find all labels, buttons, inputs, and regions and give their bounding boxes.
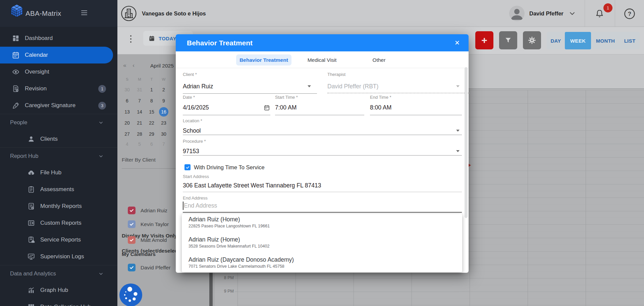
color-palette-fab[interactable] bbox=[119, 283, 142, 306]
mini-calendar-day[interactable]: 27 bbox=[122, 129, 132, 139]
location-select[interactable]: School bbox=[183, 127, 201, 134]
mini-calendar-day[interactable]: 5 bbox=[135, 139, 144, 149]
sidebar-section-data-and-analytics[interactable]: Data and Analytics bbox=[0, 265, 117, 282]
sidebar-item-supervision-logs[interactable]: Supervision Logs bbox=[0, 248, 117, 265]
mini-calendar-day[interactable]: 15 bbox=[147, 107, 156, 117]
start-address-input[interactable]: 306 East Lafayette Street West Tiannaber… bbox=[183, 182, 321, 189]
mini-calendar-day[interactable]: 7 bbox=[135, 96, 144, 105]
mini-calendar-day[interactable]: 14 bbox=[135, 107, 144, 117]
filter-button[interactable] bbox=[499, 31, 517, 49]
sidebar-item-assessments[interactable]: Assessments bbox=[0, 181, 117, 198]
sidebar-item-caregiver-signature[interactable]: Caregiver Signature3 bbox=[0, 97, 117, 114]
checkbox-checked-icon[interactable] bbox=[128, 207, 136, 214]
help-icon[interactable]: ? bbox=[624, 8, 635, 19]
user-avatar[interactable] bbox=[509, 6, 525, 21]
sidebar-item-custom-reports[interactable]: Custom Reports bbox=[0, 215, 117, 231]
mini-calendar-day[interactable]: 4 bbox=[122, 139, 132, 149]
hamburger-menu-icon[interactable] bbox=[81, 10, 87, 16]
mini-calendar-day[interactable]: 30 bbox=[159, 129, 168, 139]
time-axis-label: 9 PM bbox=[215, 289, 234, 294]
sidebar-item-graph-hub[interactable]: Graph Hub bbox=[0, 282, 117, 299]
sidebar-item-data-collection-hub[interactable]: Data Collection Hub bbox=[0, 299, 117, 306]
checkbox-checked-icon[interactable] bbox=[128, 220, 136, 228]
gear-icon bbox=[528, 36, 536, 44]
mini-calendar-day[interactable]: 30 bbox=[122, 85, 132, 94]
mini-calendar-day[interactable]: 8 bbox=[147, 96, 156, 105]
sidebar-item-calendar[interactable]: Calendar bbox=[0, 47, 113, 63]
modal-scrollbar[interactable] bbox=[465, 67, 468, 218]
sidebar-item-file-hub[interactable]: File Hub bbox=[0, 164, 117, 181]
mini-calendar-day[interactable]: 16 bbox=[159, 107, 168, 117]
sidebar-item-revision[interactable]: Revision1 bbox=[0, 80, 117, 97]
dashboard-icon bbox=[12, 35, 19, 42]
notifications-bell-icon[interactable] bbox=[595, 9, 604, 18]
mini-calendar-day[interactable]: 6 bbox=[147, 139, 156, 149]
date-picker-icon[interactable] bbox=[264, 104, 270, 111]
mini-calendar-prev-month-icon[interactable]: ‹ bbox=[130, 62, 137, 69]
organization-name: Vanegas de Soto e Hijos bbox=[142, 0, 206, 27]
client-filter-row[interactable]: Kevin Taylor bbox=[128, 220, 169, 228]
mini-calendar-day[interactable]: 6 bbox=[122, 96, 132, 105]
tab-divider bbox=[176, 68, 469, 68]
client-dropdown-arrow-icon[interactable] bbox=[308, 85, 311, 87]
sidebar-item-monthly-reports[interactable]: Monthly Reports bbox=[0, 198, 117, 215]
client-filter-row[interactable]: Matt Arnold bbox=[128, 236, 167, 244]
add-event-button[interactable]: + bbox=[475, 31, 493, 49]
procedure-select[interactable]: 97153 bbox=[183, 148, 199, 155]
client-filter-row[interactable]: Adrian Ruiz bbox=[128, 207, 167, 214]
settings-button[interactable] bbox=[523, 31, 541, 49]
time-axis-label: 8 PM bbox=[215, 275, 234, 280]
view-button-list[interactable]: LIST bbox=[620, 32, 640, 49]
mini-calendar-day[interactable]: 22 bbox=[147, 118, 156, 128]
my-calendar-row[interactable]: David Pfeffer bbox=[128, 264, 170, 271]
mini-calendar-day[interactable]: 1 bbox=[147, 85, 156, 94]
sidebar-section-report-hub[interactable]: Report Hub bbox=[0, 147, 117, 164]
location-dropdown-arrow-icon[interactable] bbox=[456, 130, 460, 132]
sidebar-item-oversight[interactable]: Oversight bbox=[0, 63, 117, 80]
mini-calendar-day[interactable]: 20 bbox=[122, 118, 132, 128]
mini-calendar-day[interactable]: 28 bbox=[135, 129, 144, 139]
address-suggestion-item[interactable]: Adrian Ruiz (Home)3528 Seasons Drive Mak… bbox=[182, 236, 462, 254]
date-input[interactable]: 4/16/2025 bbox=[183, 104, 209, 111]
user-menu[interactable]: David Pfeffer bbox=[529, 0, 564, 27]
chevron-down-icon[interactable] bbox=[569, 10, 576, 17]
sidebar-section-people[interactable]: People bbox=[0, 114, 117, 131]
close-icon[interactable]: ✕ bbox=[454, 34, 460, 51]
mini-calendar-day[interactable]: 29 bbox=[147, 129, 156, 139]
view-button-month[interactable]: MONTH bbox=[591, 32, 620, 49]
suggestion-name: Adrian Ruiz (Home) bbox=[189, 216, 240, 223]
app-header: Vanegas de Soto e Hijos David Pfeffer 1 bbox=[117, 0, 644, 27]
sidebar-item-dashboard[interactable]: Dashboard bbox=[0, 30, 117, 47]
end-time-input[interactable]: 8:00 AM bbox=[370, 104, 391, 111]
procedure-dropdown-arrow-icon[interactable] bbox=[456, 150, 460, 152]
view-button-week[interactable]: WEEK bbox=[565, 32, 591, 49]
mini-calendar-day[interactable]: 13 bbox=[122, 107, 132, 117]
mini-calendar-day[interactable]: 31 bbox=[135, 85, 144, 94]
end-address-input[interactable] bbox=[183, 200, 418, 211]
address-suggestion-item[interactable]: Adrian Ruiz (Home)22825 Paseo Place Lang… bbox=[182, 216, 462, 234]
sidebar-item-clients[interactable]: Clients bbox=[0, 131, 117, 147]
sidebar-item-label: Caregiver Signature bbox=[25, 102, 75, 109]
person-icon bbox=[28, 135, 35, 143]
mini-calendar-day[interactable]: 9 bbox=[159, 96, 168, 105]
bar-chart-icon bbox=[28, 287, 35, 294]
mini-calendar-day[interactable]: 23 bbox=[159, 118, 168, 128]
tab-medical-visit[interactable]: Medical Visit bbox=[292, 54, 352, 65]
client-select[interactable]: Adrian Ruiz bbox=[183, 83, 213, 90]
notification-count-badge[interactable]: 1 bbox=[603, 3, 612, 12]
more-options-icon[interactable] bbox=[128, 35, 133, 46]
tab-other[interactable]: Other bbox=[349, 54, 409, 65]
checkbox-checked-icon[interactable] bbox=[128, 236, 136, 244]
address-suggestion-item[interactable]: Adrian Ruiz (Daycare Donoso Academy)7071… bbox=[182, 256, 462, 274]
driving-time-label[interactable]: With Driving Time To Service bbox=[194, 164, 265, 170]
sidebar-item-service-reports[interactable]: Service Reports bbox=[0, 231, 117, 248]
start-time-input[interactable]: 7:00 AM bbox=[275, 104, 297, 111]
mini-calendar-day[interactable]: 2 bbox=[159, 85, 168, 94]
mini-calendar-prev-year-icon[interactable]: « bbox=[121, 62, 128, 69]
mini-calendar-day[interactable]: 7 bbox=[159, 139, 168, 149]
tab-behavior-treatment[interactable]: Behavior Treatment bbox=[236, 54, 291, 65]
driving-time-checkbox[interactable] bbox=[184, 164, 191, 170]
mini-calendar-day[interactable]: 21 bbox=[135, 118, 144, 128]
view-button-day[interactable]: DAY bbox=[547, 32, 565, 49]
checkbox-checked-icon[interactable] bbox=[128, 264, 136, 271]
